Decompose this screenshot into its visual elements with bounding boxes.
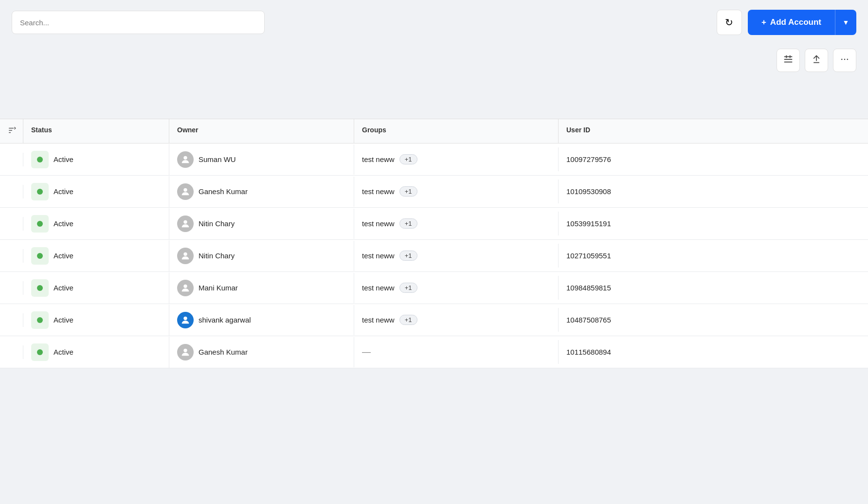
status-label: Active [54,187,73,196]
td-checkbox[interactable] [0,185,23,198]
owner-name: Nitin Chary [199,252,235,260]
group-name: test neww [362,219,395,228]
group-name: test neww [362,284,395,292]
active-dot [37,221,43,227]
refresh-icon: ↻ [725,17,733,28]
td-checkbox[interactable] [0,345,23,359]
status-indicator [31,151,49,168]
td-owner-0: Suman WU [169,144,354,175]
td-checkbox[interactable] [0,217,23,231]
group-extra-badge: +1 [399,315,417,325]
table-header-row: Status Owner Groups User ID [0,119,868,144]
td-status-5: Active [23,305,169,336]
avatar [177,183,194,200]
group-extra-badge: +1 [399,186,417,197]
spacer-area [0,80,868,119]
th-owner: Owner [169,119,354,143]
table-row: Active Suman WU test neww +1 10097279576 [0,144,868,176]
table-row: Active Ganesh Kumar — 10115680894 [0,336,868,368]
status-indicator [31,343,49,361]
export-button[interactable] [805,49,828,72]
td-checkbox[interactable] [0,281,23,295]
td-userid-5: 10487508765 [559,309,868,331]
td-owner-4: Mani Kumar [169,273,354,303]
td-groups-5: test neww +1 [354,308,559,332]
owner-name: Ganesh Kumar [199,187,248,196]
svg-point-16 [183,316,187,320]
owner-name: Nitin Chary [199,219,235,228]
groups-empty-dash: — [362,347,371,357]
td-userid-2: 10539915191 [559,213,868,234]
avatar [177,248,194,264]
owner-name: Ganesh Kumar [199,348,248,356]
td-checkbox[interactable] [0,313,23,327]
td-groups-2: test neww +1 [354,212,559,235]
refresh-button[interactable]: ↻ [717,10,742,35]
td-owner-2: Nitin Chary [169,209,354,239]
sort-icon [8,128,17,136]
td-groups-4: test neww +1 [354,276,559,300]
status-label: Active [54,155,73,163]
search-input[interactable] [12,11,265,34]
status-indicator [31,311,49,329]
more-icon [840,54,850,67]
svg-point-11 [183,156,187,159]
owner-name: shivank agarwal [199,316,251,324]
th-status: Status [23,119,169,143]
td-groups-1: test neww +1 [354,180,559,203]
active-dot [37,349,43,355]
add-account-dropdown-button[interactable]: ▼ [835,10,856,35]
td-owner-3: Nitin Chary [169,241,354,271]
export-icon [812,54,821,67]
td-owner-1: Ganesh Kumar [169,177,354,207]
td-userid-0: 10097279576 [559,148,868,170]
td-status-6: Active [23,337,169,368]
table-row: Active Nitin Chary test neww +1 10539915… [0,208,868,240]
status-label: Active [54,284,73,292]
group-extra-badge: +1 [399,154,417,164]
td-status-3: Active [23,240,169,271]
avatar [177,280,194,296]
avatar [177,312,194,328]
td-status-0: Active [23,144,169,175]
active-dot [37,317,43,323]
td-userid-6: 10115680894 [559,341,868,363]
td-checkbox[interactable] [0,249,23,263]
td-checkbox[interactable] [0,153,23,166]
th-sort[interactable] [0,119,23,143]
group-name: test neww [362,155,395,163]
td-status-4: Active [23,272,169,304]
th-userid: User ID [559,119,868,143]
status-indicator [31,279,49,297]
td-status-1: Active [23,176,169,207]
svg-point-12 [183,188,187,191]
more-button[interactable] [833,49,856,72]
avatar [177,216,194,232]
td-groups-6: — [354,340,559,364]
group-name: test neww [362,252,395,260]
avatar [177,344,194,360]
active-dot [37,253,43,259]
th-groups: Groups [354,119,559,143]
accounts-table: Status Owner Groups User ID Active Suman… [0,119,868,368]
top-bar-actions: ↻ + Add Account ▼ [717,10,856,35]
status-label: Active [54,316,73,324]
owner-name: Mani Kumar [199,284,238,292]
group-extra-badge: +1 [399,251,417,261]
td-groups-0: test neww +1 [354,147,559,171]
status-indicator [31,247,49,265]
td-owner-6: Ganesh Kumar [169,337,354,367]
plus-icon: + [761,18,766,27]
svg-point-14 [183,252,187,255]
columns-button[interactable] [777,49,800,72]
status-label: Active [54,219,73,228]
table-row: Active Ganesh Kumar test neww +1 1010953… [0,176,868,208]
svg-point-6 [844,58,846,60]
avatar [177,151,194,168]
active-dot [37,285,43,291]
status-label: Active [54,348,73,356]
group-name: test neww [362,187,395,196]
add-account-button[interactable]: + Add Account [748,10,835,35]
chevron-down-icon: ▼ [843,18,850,26]
td-userid-4: 10984859815 [559,277,868,299]
